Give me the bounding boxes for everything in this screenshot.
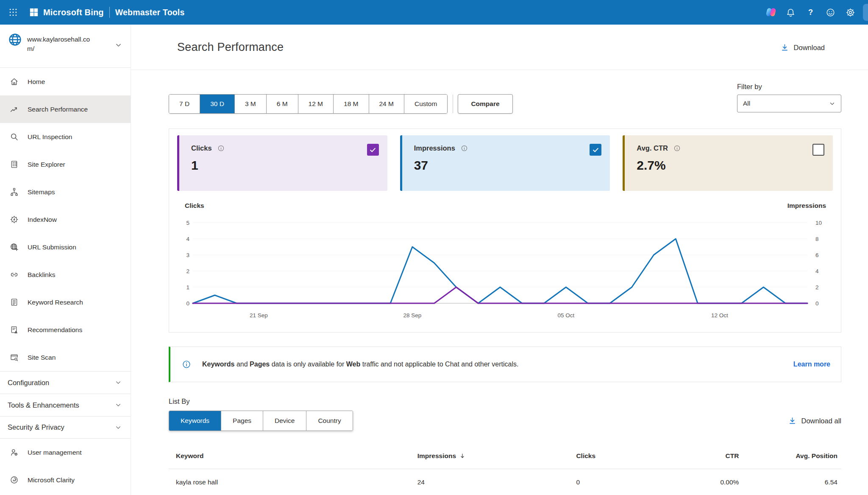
sidebar-item-site-scan[interactable]: Site Scan <box>0 344 131 371</box>
range-30-d-button[interactable]: 30 D <box>200 95 234 113</box>
gear-icon <box>846 8 855 17</box>
avatar[interactable] <box>863 4 868 21</box>
left-axis-title: Clicks <box>185 202 204 210</box>
card-checkbox[interactable] <box>367 144 379 156</box>
sidebar-item-keyword-research[interactable]: Keyword Research <box>0 288 131 316</box>
sidebar-item-sitemaps[interactable]: Sitemaps <box>0 178 131 206</box>
compare-button[interactable]: Compare <box>458 94 512 114</box>
download-all-button[interactable]: Download all <box>788 417 841 425</box>
filter-value: All <box>743 100 750 107</box>
tab-keywords[interactable]: Keywords <box>169 411 221 431</box>
check-icon <box>369 146 376 154</box>
table-header: KeywordImpressionsClicksCTRAvg. Position <box>169 443 841 469</box>
column-clicks[interactable]: Clicks <box>576 452 662 460</box>
app-launcher-button[interactable] <box>3 0 23 25</box>
right-axis-tick: 4 <box>815 268 819 274</box>
right-axis-title: Impressions <box>787 202 826 210</box>
sidebar-group-label: Tools & Enhancements <box>8 401 79 409</box>
table-cell: 24 <box>417 478 576 486</box>
sidebar-item-label: Site Scan <box>28 354 56 361</box>
card-checkbox[interactable] <box>590 144 601 156</box>
filter-by-label: Filter by <box>737 83 841 91</box>
banner-text: Keywords and Pages data is only availabl… <box>202 361 519 368</box>
left-axis-tick: 5 <box>186 220 189 226</box>
sidebar-group-configuration[interactable]: Configuration <box>0 371 131 394</box>
site-selector[interactable]: www.kaylarosehall.com/ <box>0 25 131 68</box>
card-label: Clicks <box>191 144 212 152</box>
card-checkbox[interactable] <box>812 144 824 156</box>
sidebar-item-user-management[interactable]: User management <box>0 439 131 466</box>
list-by-label: List By <box>169 397 841 406</box>
trend-icon <box>10 105 19 114</box>
smiley-button[interactable] <box>821 0 840 25</box>
metric-card-clicks[interactable]: Clicks 1 <box>177 135 387 191</box>
page-title: Search Performance <box>177 41 284 54</box>
usergear-icon <box>10 448 19 457</box>
sidebar-item-microsoft-clarity[interactable]: Microsoft Clarity <box>0 466 131 494</box>
right-axis-tick: 10 <box>815 220 822 226</box>
sidebar-item-url-inspection[interactable]: URL Inspection <box>0 123 131 151</box>
sidebar-item-label: URL Submission <box>28 243 76 251</box>
right-axis-tick: 0 <box>815 300 819 307</box>
content: 7 D30 D3 M6 M12 M18 M24 MCustom Compare … <box>131 70 868 495</box>
brand-divider <box>109 7 110 18</box>
card-value: 37 <box>414 158 601 173</box>
left-axis-tick: 0 <box>186 300 189 307</box>
sidebar-item-recommendations[interactable]: Recommendations <box>0 316 131 344</box>
bell-button[interactable] <box>781 0 801 25</box>
download-button[interactable]: Download <box>780 43 825 52</box>
info-icon <box>217 145 225 152</box>
right-axis-tick: 6 <box>815 252 819 258</box>
download-all-label: Download all <box>801 417 841 425</box>
home-icon <box>10 77 19 86</box>
range-18-m-button[interactable]: 18 M <box>333 95 368 113</box>
gear-button[interactable] <box>840 0 860 25</box>
range-3-m-button[interactable]: 3 M <box>234 95 266 113</box>
chevron-down-icon <box>115 424 122 431</box>
table-row[interactable]: kayla rose hall2400.00%6.54 <box>169 469 841 495</box>
sidebar-group-tools-enhancements[interactable]: Tools & Enhancements <box>0 394 131 416</box>
table-cell: 0 <box>576 478 662 486</box>
sidebar-item-label: Recommendations <box>28 326 82 334</box>
recommend-icon <box>10 325 19 334</box>
sidebar-item-home[interactable]: Home <box>0 68 131 95</box>
left-axis-tick: 1 <box>186 284 189 291</box>
tab-pages[interactable]: Pages <box>221 411 263 431</box>
learn-more-link[interactable]: Learn more <box>793 361 830 368</box>
metric-card-impressions[interactable]: Impressions 37 <box>400 135 610 191</box>
sidebar-item-site-explorer[interactable]: Site Explorer <box>0 151 131 178</box>
range-7-d-button[interactable]: 7 D <box>169 95 200 113</box>
keyword-icon <box>10 298 19 307</box>
sidebar-group-security-privacy[interactable]: Security & Privacy <box>0 416 131 439</box>
download-icon <box>780 43 789 52</box>
range-12-m-button[interactable]: 12 M <box>298 95 333 113</box>
waffle-icon <box>8 8 18 17</box>
column-ctr[interactable]: CTR <box>663 452 739 460</box>
x-axis-tick: 21 Sep <box>250 312 268 319</box>
column-keyword[interactable]: Keyword <box>176 452 417 460</box>
tab-country[interactable]: Country <box>306 411 352 431</box>
filter-dropdown[interactable]: All <box>737 95 841 112</box>
topbar-actions <box>761 0 861 25</box>
column-impressions[interactable]: Impressions <box>417 452 576 460</box>
list-by-tabs: KeywordsPagesDeviceCountry <box>169 411 353 431</box>
range-6-m-button[interactable]: 6 M <box>266 95 298 113</box>
metric-card-avg-ctr[interactable]: Avg. CTR 2.7% <box>623 135 833 191</box>
copilot-button[interactable] <box>761 0 781 25</box>
sidebar-item-url-submission[interactable]: URL Submission <box>0 233 131 261</box>
sidebar-item-indexnow[interactable]: IndexNow <box>0 206 131 233</box>
help-icon <box>806 8 815 17</box>
date-range-group: 7 D30 D3 M6 M12 M18 M24 MCustom <box>169 94 448 114</box>
help-button[interactable] <box>801 0 821 25</box>
card-label: Avg. CTR <box>637 144 668 152</box>
table-cell: 6.54 <box>739 478 837 486</box>
column-avg-position[interactable]: Avg. Position <box>739 452 837 460</box>
tab-device[interactable]: Device <box>263 411 306 431</box>
card-value: 2.7% <box>637 158 823 173</box>
sidebar-item-search-performance[interactable]: Search Performance <box>0 95 131 123</box>
sidebar-item-backlinks[interactable]: Backlinks <box>0 261 131 288</box>
range-custom-button[interactable]: Custom <box>404 95 447 113</box>
smiley-icon <box>826 8 835 17</box>
metric-cards: Clicks 1 Impressions 37 Avg. CTR 2.7% <box>177 135 833 191</box>
range-24-m-button[interactable]: 24 M <box>369 95 404 113</box>
